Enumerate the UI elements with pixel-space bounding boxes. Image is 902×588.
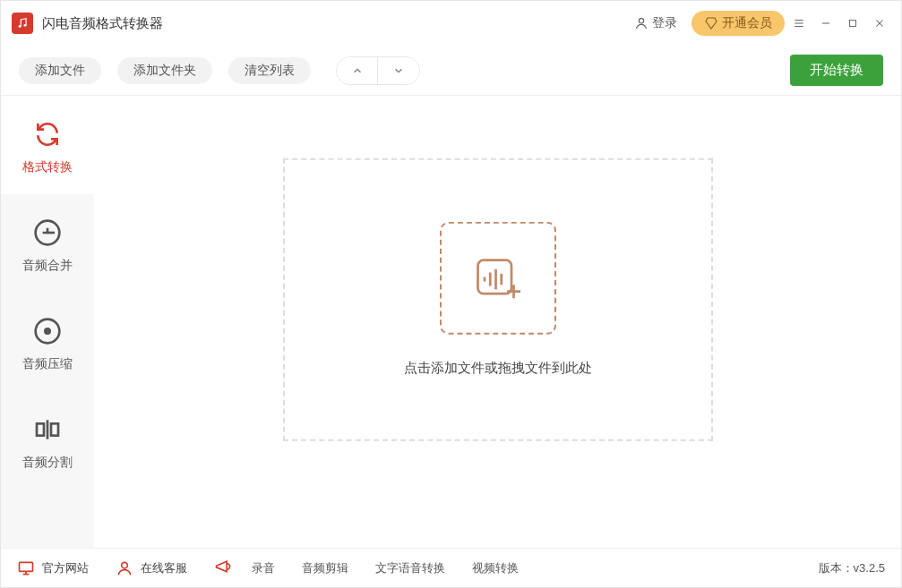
chevron-down-icon <box>392 64 405 77</box>
move-group <box>336 56 420 85</box>
split-icon <box>28 410 67 449</box>
svg-rect-23 <box>20 562 33 571</box>
footer-support-label: 在线客服 <box>141 560 187 576</box>
footer-link-record[interactable]: 录音 <box>252 560 275 576</box>
add-file-button[interactable]: 添加文件 <box>19 57 101 84</box>
footer-website[interactable]: 官方网站 <box>17 559 89 577</box>
dropzone[interactable]: 点击添加文件或拖拽文件到此处 <box>283 158 713 440</box>
minimize-button[interactable] <box>813 11 838 36</box>
menu-icon <box>793 17 805 30</box>
footer-support[interactable]: 在线客服 <box>116 559 187 577</box>
login-button[interactable]: 登录 <box>623 15 688 31</box>
sidebar-item-audio-split[interactable]: 音频分割 <box>1 391 94 490</box>
start-convert-button[interactable]: 开始转换 <box>790 55 883 86</box>
diamond-icon <box>704 16 718 30</box>
sidebar: 格式转换 音频合并 音频压缩 音频分割 <box>1 96 94 548</box>
compress-icon <box>28 311 67 351</box>
headset-icon <box>116 559 133 577</box>
monitor-icon <box>17 559 35 577</box>
sidebar-item-label: 音频合并 <box>22 258 73 274</box>
titlebar: 闪电音频格式转换器 登录 开通会员 <box>1 1 901 46</box>
refresh-icon <box>28 115 67 154</box>
user-icon <box>634 16 649 30</box>
svg-point-1 <box>23 24 26 27</box>
sidebar-item-audio-merge[interactable]: 音频合并 <box>1 194 94 293</box>
footer-link-video-convert[interactable]: 视频转换 <box>472 560 519 576</box>
svg-point-2 <box>639 19 643 23</box>
merge-icon <box>28 213 67 252</box>
dropzone-text: 点击添加文件或拖拽文件到此处 <box>404 360 592 377</box>
chevron-up-icon <box>351 64 364 77</box>
footer-website-label: 官方网站 <box>42 560 89 576</box>
sidebar-item-format-convert[interactable]: 格式转换 <box>1 96 94 194</box>
svg-point-0 <box>19 25 21 28</box>
add-folder-button[interactable]: 添加文件夹 <box>117 57 212 84</box>
minimize-icon <box>820 17 832 30</box>
svg-point-26 <box>122 562 128 568</box>
app-title: 闪电音频格式转换器 <box>42 15 163 32</box>
sidebar-item-audio-compress[interactable]: 音频压缩 <box>1 293 94 391</box>
version-label: 版本：v3.2.5 <box>819 560 885 576</box>
megaphone-icon <box>214 558 232 578</box>
footer-link-tts[interactable]: 文字语音转换 <box>375 560 445 576</box>
app-logo <box>12 13 33 34</box>
toolbar: 添加文件 添加文件夹 清空列表 开始转换 <box>1 46 901 96</box>
sidebar-item-label: 音频压缩 <box>22 356 73 372</box>
sidebar-item-label: 音频分割 <box>22 455 73 471</box>
sidebar-item-label: 格式转换 <box>22 159 73 175</box>
maximize-icon <box>846 17 859 30</box>
dropzone-core-icon <box>440 222 556 335</box>
svg-point-12 <box>44 328 51 335</box>
svg-rect-7 <box>850 21 856 27</box>
close-button[interactable] <box>867 11 892 36</box>
menu-button[interactable] <box>786 11 812 36</box>
maximize-button[interactable] <box>840 11 865 36</box>
login-label: 登录 <box>652 15 677 31</box>
clear-list-button[interactable]: 清空列表 <box>228 57 311 84</box>
close-icon <box>873 17 886 30</box>
svg-rect-14 <box>51 423 58 435</box>
move-up-button[interactable] <box>337 57 378 84</box>
vip-button[interactable]: 开通会员 <box>692 11 785 36</box>
main-area: 点击添加文件或拖拽文件到此处 <box>94 96 901 548</box>
move-down-button[interactable] <box>378 57 419 84</box>
footer: 官方网站 在线客服 录音 音频剪辑 文字语音转换 视频转换 版本：v3.2.5 <box>1 548 901 587</box>
vip-label: 开通会员 <box>722 15 772 31</box>
svg-rect-13 <box>37 423 44 435</box>
footer-link-audio-edit[interactable]: 音频剪辑 <box>302 560 348 576</box>
